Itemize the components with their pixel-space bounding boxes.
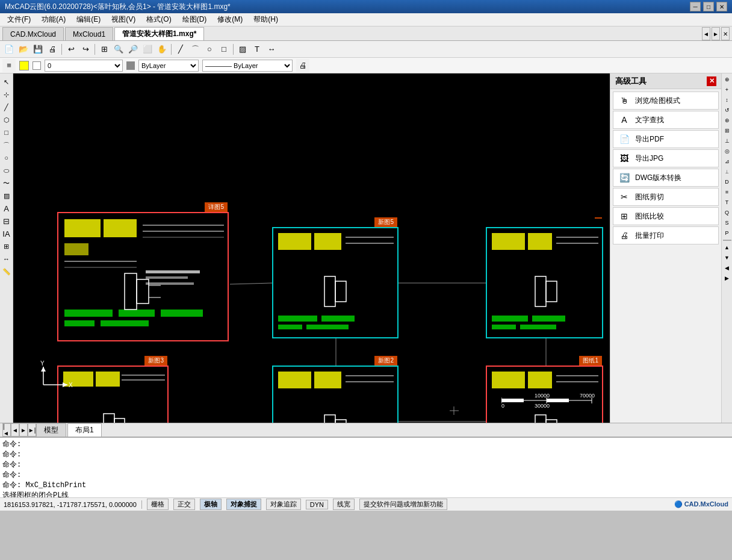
otrack-btn[interactable]: ⟂ xyxy=(722,167,732,176)
layer-manager-btn[interactable]: ≡ xyxy=(2,59,16,72)
circle-tool[interactable]: ○ xyxy=(1,152,13,164)
qp-btn[interactable]: Q xyxy=(722,208,732,217)
tab-next[interactable]: ► xyxy=(712,27,720,40)
tab-prev2[interactable]: ◄ xyxy=(11,423,19,437)
circle-btn[interactable]: ○ xyxy=(203,43,216,56)
rect-btn[interactable]: □ xyxy=(217,43,231,56)
menu-item-绘图(D)[interactable]: 绘图(D) xyxy=(178,13,212,26)
pan-realtime-btn[interactable]: ↕ xyxy=(722,95,732,105)
line-btn[interactable]: ╱ xyxy=(174,43,187,56)
status-btn-1[interactable]: 正交 xyxy=(173,499,195,510)
tab-prev[interactable]: ◄ xyxy=(702,27,710,40)
status-btn-2[interactable]: 极轴 xyxy=(200,499,222,510)
arc-tool[interactable]: ⌒ xyxy=(1,139,13,151)
sp-btn[interactable]: P xyxy=(722,228,732,238)
tab-last[interactable]: ►| xyxy=(28,423,36,437)
menu-item-文件(F)[interactable]: 文件(F) xyxy=(2,13,36,26)
drawing-box-2[interactable]: 新图5 xyxy=(272,227,399,338)
panel-tool-2[interactable]: 📄导出PDF xyxy=(613,130,719,148)
save-btn[interactable]: 💾 xyxy=(31,43,45,56)
redo-btn[interactable]: ↪ xyxy=(79,43,92,56)
status-btn-6[interactable]: 线宽 xyxy=(333,499,355,510)
line-tool[interactable]: ╱ xyxy=(1,101,13,113)
hatch-btn[interactable]: ▨ xyxy=(236,43,249,56)
poly-tool[interactable]: ⬡ xyxy=(1,114,13,126)
right-panel-close[interactable]: ✕ xyxy=(707,76,716,86)
ortho-btn[interactable]: ⊥ xyxy=(722,136,732,146)
maximize-button[interactable]: □ xyxy=(703,2,714,11)
print-style-btn[interactable]: 🖨 xyxy=(296,59,309,72)
panel-tool-5[interactable]: ✂图纸剪切 xyxy=(613,188,719,206)
drawing-box-5[interactable]: 新图2 xyxy=(272,366,399,423)
menu-item-修改(M)[interactable]: 修改(M) xyxy=(212,13,247,26)
zoom-extent[interactable]: ⊞ xyxy=(98,43,111,56)
arc-btn[interactable]: ⌒ xyxy=(188,43,202,56)
bottom-tab-模型[interactable]: 模型 xyxy=(36,423,66,437)
minimize-button[interactable]: ─ xyxy=(690,2,701,11)
osnap-btn[interactable]: ⊿ xyxy=(722,157,732,166)
undo-btn[interactable]: ↩ xyxy=(64,43,78,56)
tab-CAD.MxCloud[interactable]: CAD.MxCloud xyxy=(2,27,64,40)
menu-item-格式(O)[interactable]: 格式(O) xyxy=(141,13,176,26)
menu-item-视图(V)[interactable]: 视图(V) xyxy=(107,13,140,26)
polar-btn[interactable]: ◎ xyxy=(722,146,732,156)
panel-tool-6[interactable]: ⊞图纸比较 xyxy=(613,207,719,225)
zoom-in[interactable]: 🔍 xyxy=(112,43,125,56)
menu-item-编辑(E)[interactable]: 编辑(E) xyxy=(72,13,105,26)
menu-item-帮助(H)[interactable]: 帮助(H) xyxy=(249,13,283,26)
snap-btn[interactable]: ⊕ xyxy=(722,75,732,84)
close-button[interactable]: ✕ xyxy=(716,2,727,11)
canvas-area[interactable]: 详图5 xyxy=(13,73,610,423)
color-swatch[interactable] xyxy=(19,61,29,70)
pick-btn[interactable]: ⊹ xyxy=(1,89,13,101)
tab-next2[interactable]: ► xyxy=(19,423,28,437)
layer-select[interactable]: 0 xyxy=(45,60,123,72)
panel-tool-0[interactable]: 🖱浏览/绘图模式 xyxy=(613,92,719,110)
dyn-btn[interactable]: D xyxy=(722,177,732,187)
ellipse-tool[interactable]: ⬭ xyxy=(1,164,13,176)
sc-btn[interactable]: S xyxy=(722,218,732,228)
dim-btn[interactable]: ↔ xyxy=(265,43,278,56)
status-btn-7[interactable]: 提交软件问题或增加新功能 xyxy=(359,499,447,510)
menu-item-功能(A)[interactable]: 功能(A) xyxy=(37,13,70,26)
text-tool[interactable]: A xyxy=(1,202,13,214)
pan-btn[interactable]: ✋ xyxy=(155,43,169,56)
lineweight-select[interactable]: ———— ByLayer xyxy=(202,60,293,72)
block-tool[interactable]: ⊞ xyxy=(1,240,13,252)
status-btn-0[interactable]: 栅格 xyxy=(147,499,169,510)
panel-tool-4[interactable]: 🔄DWG版本转换 xyxy=(613,169,719,187)
move-far1[interactable]: ▲ xyxy=(722,243,732,252)
status-btn-5[interactable]: DYN xyxy=(306,500,328,509)
attr-tool[interactable]: IA xyxy=(1,228,13,240)
grid-snap-btn[interactable]: ⊞ xyxy=(722,126,732,135)
move-far3[interactable]: ◀ xyxy=(722,263,732,273)
dim-tool[interactable]: ↔ xyxy=(1,253,13,265)
linetype-select[interactable]: ByLayer xyxy=(138,60,199,72)
status-btn-4[interactable]: 对象追踪 xyxy=(266,499,301,510)
bottom-tab-布局1[interactable]: 布局1 xyxy=(67,423,102,437)
rotate-btn[interactable]: ↺ xyxy=(722,105,732,115)
print-btn[interactable]: 🖨 xyxy=(46,43,59,56)
zoom-realtime-btn[interactable]: + xyxy=(722,85,732,95)
hatch-tool[interactable]: ▨ xyxy=(1,190,13,202)
text-btn[interactable]: T xyxy=(250,43,264,56)
select-btn[interactable]: ↖ xyxy=(1,76,13,88)
tab-MxCloud1[interactable]: MxCloud1 xyxy=(65,27,113,40)
3d-orbit-btn[interactable]: ⊛ xyxy=(722,116,732,125)
panel-tool-7[interactable]: 🖨批量打印 xyxy=(613,226,719,244)
new-btn[interactable]: 📄 xyxy=(2,43,16,56)
zoom-window[interactable]: ⬜ xyxy=(141,43,154,56)
tp-btn[interactable]: T xyxy=(722,198,732,207)
move-far4[interactable]: ▶ xyxy=(722,273,732,283)
tab-first[interactable]: |◄ xyxy=(2,423,11,437)
panel-tool-3[interactable]: 🖼导出JPG xyxy=(613,149,719,167)
open-btn[interactable]: 📂 xyxy=(17,43,30,56)
lw-btn[interactable]: ≡ xyxy=(722,187,732,197)
rect-tool[interactable]: □ xyxy=(1,126,13,138)
status-btn-3[interactable]: 对象捕捉 xyxy=(226,499,261,510)
panel-tool-1[interactable]: A文字查找 xyxy=(613,111,719,129)
spline-tool[interactable]: 〜 xyxy=(1,177,13,189)
tab-管道安装大样图1.mxg*[interactable]: 管道安装大样图1.mxg* xyxy=(114,27,204,40)
measure-tool[interactable]: 📏 xyxy=(1,266,13,278)
zoom-out[interactable]: 🔎 xyxy=(126,43,140,56)
